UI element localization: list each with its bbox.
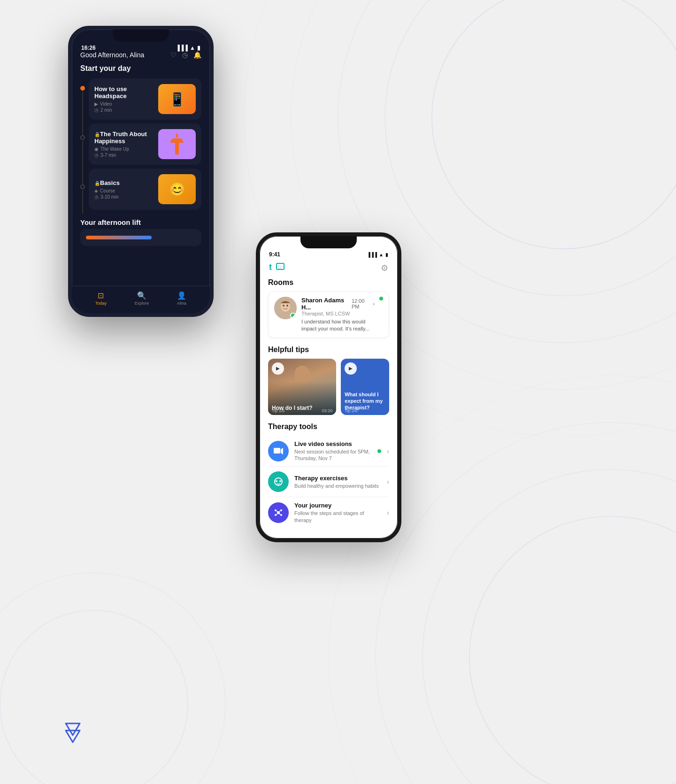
online-dot xyxy=(290,313,296,318)
clock-icon-2: ◷ xyxy=(94,153,99,158)
svg-point-0 xyxy=(432,0,676,249)
svg-point-32 xyxy=(275,514,277,516)
svg-rect-24 xyxy=(274,448,280,453)
card-truth-duration: ◷ 3-7 min xyxy=(94,153,158,158)
tool-therapy-exercises-name: Therapy exercises xyxy=(294,475,381,482)
svg-line-34 xyxy=(277,511,277,512)
p2-battery-icon: ▮ xyxy=(385,252,388,257)
audio-icon: ◉ xyxy=(94,146,99,152)
card-headspace-title: How to use Headspace xyxy=(94,85,158,100)
svg-marker-25 xyxy=(281,448,283,454)
section-start-title: Start your day xyxy=(80,64,201,73)
phone2-time: 9:41 xyxy=(269,251,280,258)
course-icon: ◈ xyxy=(94,188,98,193)
svg-point-6 xyxy=(422,469,676,784)
profile-icon: 👤 xyxy=(177,291,186,300)
card-truth-title: 🔒 The Truth About Happiness xyxy=(94,131,158,145)
svg-point-7 xyxy=(376,423,676,784)
svg-text:□: □ xyxy=(278,264,281,269)
tip-2-meta: Tip 2/6 xyxy=(345,408,357,413)
tool-your-journey-info: Your journey Follow the steps and stages… xyxy=(294,502,381,523)
lock-icon-2: 🔒 xyxy=(94,181,100,186)
card-basics[interactable]: 🔒 Basics ◈ Course ◷ 3-10 min xyxy=(89,169,201,210)
card-headspace[interactable]: How to use Headspace ▶ Video ◷ 2 min xyxy=(89,78,201,120)
today-icon: ⊡ xyxy=(98,291,104,300)
tip-card-2[interactable]: ▶ What should I expect from my therapist… xyxy=(341,359,389,415)
svg-point-28 xyxy=(279,480,281,482)
card-truth-meta: ◉ The Wake Up ◷ 3-7 min xyxy=(94,146,158,158)
card-headspace-thumb: 📱 xyxy=(158,84,196,114)
phone2-notch xyxy=(300,236,357,248)
tip-1-meta: Tip 1/6 xyxy=(272,408,284,413)
therapist-avatar xyxy=(274,297,297,319)
clock-icon-3: ◷ xyxy=(94,194,99,200)
tool-your-journey-name: Your journey xyxy=(294,502,381,509)
p2-wifi-icon: ▲ xyxy=(379,252,384,257)
svg-marker-14 xyxy=(170,138,184,154)
card-truth-thumb xyxy=(158,129,196,159)
tip-1-time: 03:20 xyxy=(322,408,333,413)
phone1-status-bar: 16:26 ▐▐▐ ▲ ▮ xyxy=(72,42,210,51)
svg-line-36 xyxy=(277,514,277,515)
tool-1-chevron-icon: › xyxy=(387,447,389,455)
card-basics-info: 🔒 Basics ◈ Course ◷ 3-10 min xyxy=(94,179,158,200)
heart-icon[interactable]: ♡ xyxy=(170,51,177,59)
svg-line-35 xyxy=(279,511,280,512)
nav-alina[interactable]: 👤 Alina xyxy=(177,291,186,306)
tip-2-play-button[interactable]: ▶ xyxy=(345,362,357,375)
greeting-row: Good Afternoon, Alina ♡ ◷ 🔔 xyxy=(80,51,201,59)
tl-line-2 xyxy=(82,141,83,184)
phone1-time: 16:26 xyxy=(81,45,96,51)
phone1-notch xyxy=(113,30,169,42)
explore-icon: 🔍 xyxy=(137,291,146,300)
nav-explore[interactable]: 🔍 Explore xyxy=(135,291,149,306)
video-icon: ▶ xyxy=(94,101,98,107)
brand-logo xyxy=(61,719,84,746)
svg-point-1 xyxy=(385,0,676,296)
tl-dot-active xyxy=(80,86,85,91)
card-basics-title: 🔒 Basics xyxy=(94,179,158,186)
svg-point-27 xyxy=(276,480,277,482)
session-active-dot xyxy=(377,449,381,453)
nav-today[interactable]: ⊡ Today xyxy=(95,291,107,306)
svg-point-9 xyxy=(0,610,188,784)
svg-point-31 xyxy=(280,509,282,511)
tool-live-video-name: Live video sessions xyxy=(294,440,372,447)
tool-therapy-exercises[interactable]: Therapy exercises Build healthy and empo… xyxy=(268,467,389,497)
tips-row: ▶ How do I start? Tip 1/6 03:20 ▶ What s… xyxy=(268,359,389,415)
card-truth[interactable]: 🔒 The Truth About Happiness ◉ The Wake U… xyxy=(89,123,201,165)
tool-live-video[interactable]: Live video sessions Next session schedul… xyxy=(268,436,389,467)
card-truth-info: 🔒 The Truth About Happiness ◉ The Wake U… xyxy=(94,131,158,158)
settings-icon[interactable]: ⚙ xyxy=(381,263,388,273)
phone1-device: 16:26 ▐▐▐ ▲ ▮ Good Afternoon, Alina ♡ ◷ … xyxy=(68,26,214,317)
phone2-status-icons: ▐▐▐ ▲ ▮ xyxy=(367,252,388,257)
bell-icon[interactable]: 🔔 xyxy=(193,51,201,59)
app-logo: t □ xyxy=(269,261,288,275)
bottom-nav: ⊡ Today 🔍 Explore 👤 Alina xyxy=(72,286,210,313)
greeting-icons: ♡ ◷ 🔔 xyxy=(170,51,201,59)
timeline-line xyxy=(80,78,85,214)
rooms-section-title: Rooms xyxy=(268,278,389,287)
card-headspace-type: ▶ Video xyxy=(94,101,158,107)
therapist-message: I understand how this would impact your … xyxy=(301,318,375,333)
card-basics-type: ◈ Course xyxy=(94,188,158,193)
tip-card-1-bg: ▶ How do I start? Tip 1/6 03:20 xyxy=(268,359,336,415)
tip-card-1[interactable]: ▶ How do I start? Tip 1/6 03:20 xyxy=(268,359,336,415)
history-icon[interactable]: ◷ xyxy=(182,51,188,59)
lock-icon-1: 🔒 xyxy=(94,132,100,137)
tip-1-play-button[interactable]: ▶ xyxy=(272,362,284,375)
therapist-name: Sharon Adams H... xyxy=(301,297,352,311)
rooms-card[interactable]: Sharon Adams H... 12:00 PM › Therapist, … xyxy=(268,292,389,338)
tool-your-journey[interactable]: Your journey Follow the steps and stages… xyxy=(268,497,389,528)
phone2-header: t □ ⚙ xyxy=(260,258,398,278)
tool-live-video-info: Live video sessions Next session schedul… xyxy=(294,440,372,462)
svg-point-30 xyxy=(275,509,277,511)
card-truth-source: ◉ The Wake Up xyxy=(94,146,158,152)
signal-icon: ▐▐▐ xyxy=(176,45,188,51)
tl-line-1 xyxy=(82,92,83,135)
live-video-icon xyxy=(268,441,289,461)
tool-therapy-exercises-desc: Build healthy and empowering habits xyxy=(294,483,381,489)
cards-list: How to use Headspace ▶ Video ◷ 2 min xyxy=(89,78,201,214)
wifi-icon: ▲ xyxy=(190,45,195,51)
tool-2-chevron-icon: › xyxy=(387,478,389,485)
